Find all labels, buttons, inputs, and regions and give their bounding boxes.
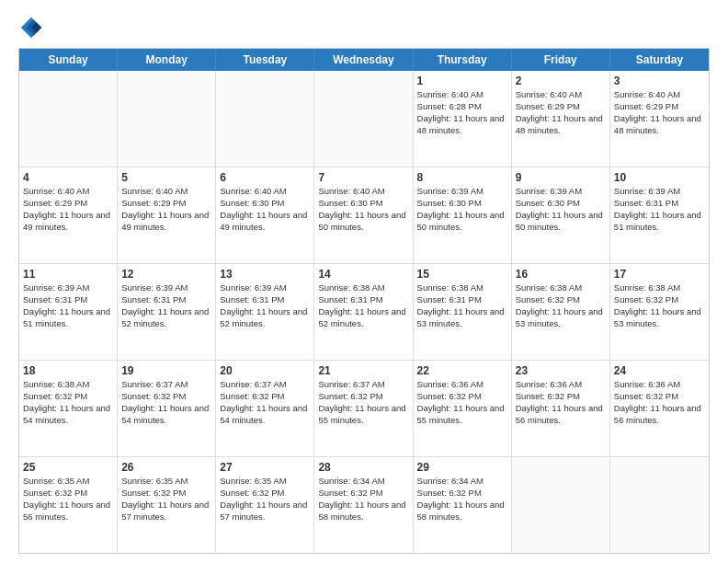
sunrise-text: Sunrise: 6:40 AM	[516, 89, 582, 99]
day-number: 10	[614, 170, 705, 185]
calendar-cell: 21Sunrise: 6:37 AMSunset: 6:32 PMDayligh…	[314, 361, 413, 456]
calendar-cell: 4Sunrise: 6:40 AMSunset: 6:29 PMDaylight…	[19, 167, 118, 263]
sunset-text: Sunset: 6:31 PM	[23, 294, 87, 304]
header-day-friday: Friday	[512, 49, 610, 71]
sunset-text: Sunset: 6:32 PM	[121, 391, 186, 401]
sunrise-text: Sunrise: 6:37 AM	[318, 379, 384, 389]
sunrise-text: Sunrise: 6:40 AM	[23, 186, 89, 196]
header-day-saturday: Saturday	[610, 49, 709, 71]
daylight-text: Daylight: 11 hours and 55 minutes.	[318, 403, 405, 425]
calendar-week-1: 1Sunrise: 6:40 AMSunset: 6:28 PMDaylight…	[19, 71, 709, 167]
calendar-cell: 16Sunrise: 6:38 AMSunset: 6:32 PMDayligh…	[512, 264, 610, 360]
sunrise-text: Sunrise: 6:38 AM	[516, 282, 582, 293]
calendar-cell: 5Sunrise: 6:40 AMSunset: 6:29 PMDaylight…	[118, 167, 216, 263]
day-number: 3	[614, 74, 705, 88]
calendar-cell: 23Sunrise: 6:36 AMSunset: 6:32 PMDayligh…	[512, 361, 610, 456]
day-number: 15	[417, 267, 507, 282]
daylight-text: Daylight: 11 hours and 53 minutes.	[614, 306, 701, 328]
sunrise-text: Sunrise: 6:36 AM	[614, 379, 680, 389]
sunrise-text: Sunrise: 6:38 AM	[417, 282, 483, 293]
sunset-text: Sunset: 6:31 PM	[220, 294, 284, 304]
sunset-text: Sunset: 6:32 PM	[23, 391, 87, 401]
day-number: 27	[220, 460, 310, 475]
sunset-text: Sunset: 6:31 PM	[121, 294, 186, 304]
daylight-text: Daylight: 11 hours and 56 minutes.	[23, 500, 110, 522]
day-number: 4	[23, 170, 113, 185]
header-day-monday: Monday	[118, 49, 216, 71]
day-number: 13	[220, 267, 310, 282]
sunrise-text: Sunrise: 6:39 AM	[220, 282, 286, 293]
day-number: 11	[23, 267, 113, 282]
daylight-text: Daylight: 11 hours and 49 minutes.	[23, 210, 110, 232]
calendar: SundayMondayTuesdayWednesdayThursdayFrid…	[18, 48, 710, 554]
sunset-text: Sunset: 6:32 PM	[121, 488, 186, 498]
calendar-cell: 20Sunrise: 6:37 AMSunset: 6:32 PMDayligh…	[216, 361, 314, 456]
sunrise-text: Sunrise: 6:38 AM	[318, 282, 384, 293]
calendar-cell: 25Sunrise: 6:35 AMSunset: 6:32 PMDayligh…	[19, 457, 118, 553]
daylight-text: Daylight: 11 hours and 57 minutes.	[121, 500, 209, 522]
daylight-text: Daylight: 11 hours and 52 minutes.	[220, 306, 307, 328]
sunrise-text: Sunrise: 6:34 AM	[318, 476, 384, 486]
sunset-text: Sunset: 6:29 PM	[23, 198, 87, 208]
calendar-week-3: 11Sunrise: 6:39 AMSunset: 6:31 PMDayligh…	[19, 264, 709, 361]
calendar-cell	[216, 71, 314, 167]
sunset-text: Sunset: 6:32 PM	[220, 488, 284, 498]
day-number: 9	[516, 170, 606, 185]
header-day-sunday: Sunday	[19, 49, 118, 71]
calendar-cell: 10Sunrise: 6:39 AMSunset: 6:31 PMDayligh…	[610, 167, 709, 263]
logo	[18, 15, 48, 40]
calendar-cell	[610, 457, 709, 553]
calendar-cell: 19Sunrise: 6:37 AMSunset: 6:32 PMDayligh…	[118, 361, 216, 456]
sunset-text: Sunset: 6:30 PM	[516, 198, 580, 208]
sunrise-text: Sunrise: 6:40 AM	[417, 89, 483, 99]
day-number: 1	[417, 74, 507, 88]
daylight-text: Daylight: 11 hours and 50 minutes.	[417, 210, 505, 232]
header-day-wednesday: Wednesday	[314, 49, 413, 71]
daylight-text: Daylight: 11 hours and 55 minutes.	[417, 403, 505, 425]
header-day-tuesday: Tuesday	[216, 49, 314, 71]
sunset-text: Sunset: 6:32 PM	[417, 391, 482, 401]
calendar-cell: 15Sunrise: 6:38 AMSunset: 6:31 PMDayligh…	[414, 264, 512, 360]
sunset-text: Sunset: 6:32 PM	[417, 488, 482, 498]
header	[18, 15, 710, 40]
daylight-text: Daylight: 11 hours and 52 minutes.	[121, 306, 209, 328]
calendar-cell: 12Sunrise: 6:39 AMSunset: 6:31 PMDayligh…	[118, 264, 216, 360]
calendar-cell: 14Sunrise: 6:38 AMSunset: 6:31 PMDayligh…	[314, 264, 413, 360]
day-number: 17	[614, 267, 705, 282]
calendar-week-4: 18Sunrise: 6:38 AMSunset: 6:32 PMDayligh…	[19, 361, 709, 457]
day-number: 2	[516, 74, 606, 88]
sunrise-text: Sunrise: 6:35 AM	[220, 476, 286, 486]
sunset-text: Sunset: 6:30 PM	[318, 198, 382, 208]
calendar-cell: 8Sunrise: 6:39 AMSunset: 6:30 PMDaylight…	[414, 167, 512, 263]
sunrise-text: Sunrise: 6:39 AM	[121, 282, 188, 293]
daylight-text: Daylight: 11 hours and 48 minutes.	[516, 113, 603, 135]
daylight-text: Daylight: 11 hours and 52 minutes.	[318, 306, 405, 328]
daylight-text: Daylight: 11 hours and 58 minutes.	[318, 500, 405, 522]
sunset-text: Sunset: 6:30 PM	[417, 198, 482, 208]
daylight-text: Daylight: 11 hours and 54 minutes.	[220, 403, 307, 425]
sunset-text: Sunset: 6:31 PM	[417, 294, 482, 304]
sunrise-text: Sunrise: 6:36 AM	[516, 379, 582, 389]
day-number: 5	[121, 170, 211, 185]
sunset-text: Sunset: 6:32 PM	[23, 488, 87, 498]
sunrise-text: Sunrise: 6:37 AM	[220, 379, 286, 389]
sunset-text: Sunset: 6:30 PM	[220, 198, 284, 208]
calendar-cell: 17Sunrise: 6:38 AMSunset: 6:32 PMDayligh…	[610, 264, 709, 360]
daylight-text: Daylight: 11 hours and 58 minutes.	[417, 500, 505, 522]
sunrise-text: Sunrise: 6:36 AM	[417, 379, 483, 389]
daylight-text: Daylight: 11 hours and 49 minutes.	[121, 210, 209, 232]
daylight-text: Daylight: 11 hours and 50 minutes.	[516, 210, 603, 232]
calendar-cell: 2Sunrise: 6:40 AMSunset: 6:29 PMDaylight…	[512, 71, 610, 167]
daylight-text: Daylight: 11 hours and 49 minutes.	[220, 210, 307, 232]
sunrise-text: Sunrise: 6:38 AM	[614, 282, 680, 293]
sunrise-text: Sunrise: 6:40 AM	[614, 89, 680, 99]
day-number: 7	[318, 170, 408, 185]
day-number: 24	[614, 363, 705, 378]
daylight-text: Daylight: 11 hours and 56 minutes.	[516, 403, 603, 425]
page: SundayMondayTuesdayWednesdayThursdayFrid…	[0, 0, 728, 563]
sunset-text: Sunset: 6:32 PM	[220, 391, 284, 401]
day-number: 25	[23, 460, 113, 475]
calendar-cell	[512, 457, 610, 553]
calendar-cell	[19, 71, 118, 167]
calendar-week-5: 25Sunrise: 6:35 AMSunset: 6:32 PMDayligh…	[19, 457, 709, 553]
